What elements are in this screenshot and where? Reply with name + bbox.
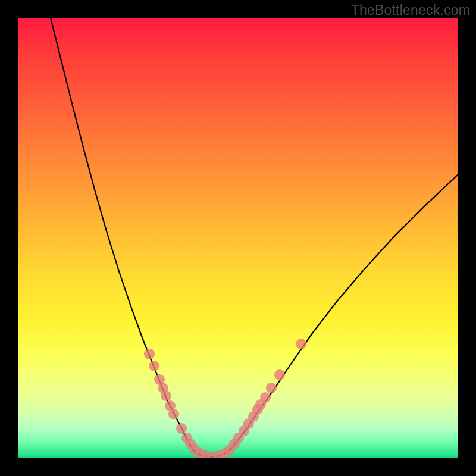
gradient-plot-area xyxy=(18,18,458,458)
scatter-dot xyxy=(161,390,171,401)
scatter-dot xyxy=(176,423,187,434)
scatter-dot xyxy=(149,361,159,371)
chart-svg xyxy=(18,18,458,458)
left-curve-line xyxy=(51,18,195,452)
scatter-dot xyxy=(144,349,155,359)
scatter-dot xyxy=(260,392,271,403)
scatter-dots-group xyxy=(144,339,306,458)
scatter-dot xyxy=(266,383,277,393)
scatter-dot xyxy=(296,339,306,349)
scatter-dot xyxy=(168,409,179,419)
scatter-dot xyxy=(274,369,285,380)
watermark-text: TheBottleneck.com xyxy=(351,2,470,18)
